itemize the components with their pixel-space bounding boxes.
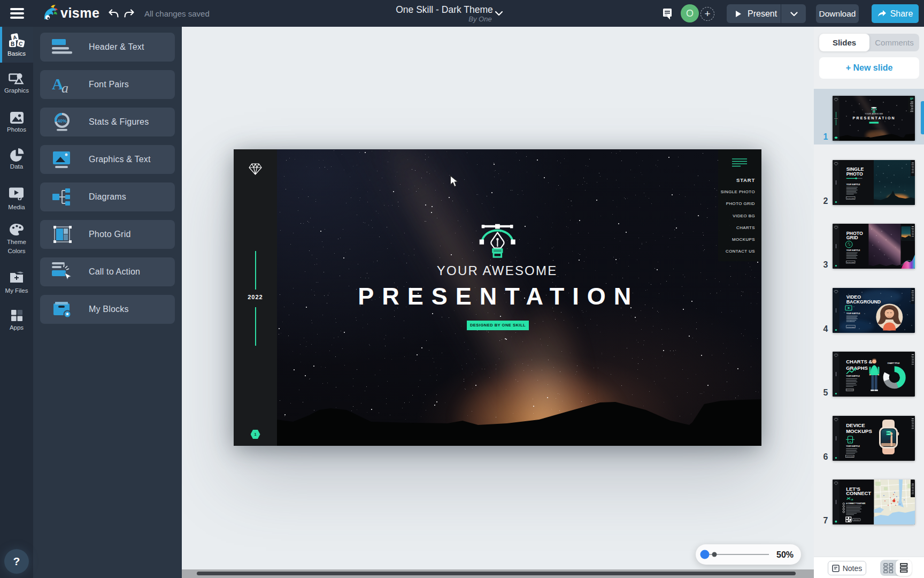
svg-text:YOUR SUBTITLE: YOUR SUBTITLE	[846, 184, 860, 186]
svg-text:YOUR SUBTITLE: YOUR SUBTITLE	[846, 249, 860, 252]
svg-text:LB: LB	[851, 499, 853, 501]
svg-text:PRESENTATION: PRESENTATION	[853, 116, 896, 120]
svg-text:MOCKUPS: MOCKUPS	[846, 428, 872, 434]
svg-text:40%: 40%	[57, 118, 66, 124]
svg-text:YOUR SUBTITLE: YOUR SUBTITLE	[846, 375, 860, 377]
svg-text:LEARN MORE: LEARN MORE	[847, 262, 854, 263]
svg-text:LEARN MORE: LEARN MORE	[846, 455, 854, 457]
svg-text:2022: 2022	[835, 118, 838, 119]
svg-text:LEARN MORE: LEARN MORE	[847, 197, 854, 199]
svg-text:CONNECT: CONNECT	[846, 490, 871, 496]
svg-text:GRID: GRID	[846, 235, 858, 240]
svg-text:B: B	[11, 41, 14, 47]
svg-text:LEARN MORE: LEARN MORE	[846, 389, 854, 390]
svg-text:GRAPHS: GRAPHS	[846, 365, 868, 371]
svg-text:DEVICE: DEVICE	[846, 422, 865, 428]
svg-text:YOUR SUBTITLE: YOUR SUBTITLE	[846, 312, 860, 314]
svg-text:CHARTS &: CHARTS &	[846, 359, 872, 364]
svg-text:PHOTO: PHOTO	[846, 171, 863, 176]
svg-text:YOUR AWESOME: YOUR AWESOME	[865, 113, 883, 115]
svg-text:LEARN MORE: LEARN MORE	[847, 326, 854, 327]
svg-text:a: a	[61, 80, 68, 94]
svg-text:4-CONNECT TOGETHER: 4-CONNECT TOGETHER	[846, 503, 866, 505]
svg-text:YOUR SUBTITLE: YOUR SUBTITLE	[846, 445, 860, 447]
svg-text:50%: 50%	[776, 550, 794, 559]
svg-text:JOIN NOW: JOIN NOW	[854, 519, 859, 520]
svg-text:BACKGROUND: BACKGROUND	[846, 299, 881, 304]
svg-text:CHART TITLE: CHART TITLE	[888, 362, 900, 364]
